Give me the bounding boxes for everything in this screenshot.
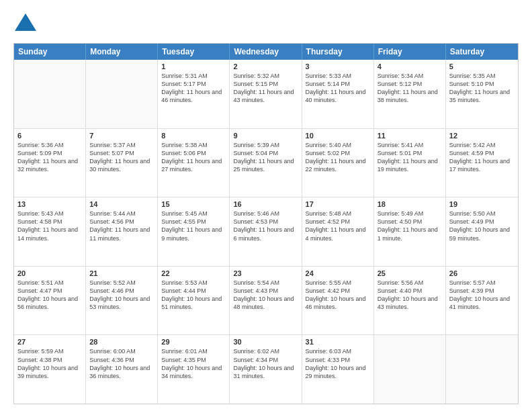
day-number: 20: [17, 269, 82, 277]
calendar-cell: 18Sunrise: 5:49 AM Sunset: 4:50 PM Dayli…: [374, 197, 446, 266]
calendar-cell: 26Sunrise: 5:57 AM Sunset: 4:39 PM Dayli…: [446, 267, 518, 335]
cell-info: Sunrise: 5:35 AM Sunset: 5:10 PM Dayligh…: [449, 72, 515, 105]
day-number: 2: [233, 62, 298, 71]
cell-info: Sunrise: 5:45 AM Sunset: 4:55 PM Dayligh…: [161, 210, 226, 242]
header-day-saturday: Saturday: [446, 44, 518, 60]
page: SundayMondayTuesdayWednesdayThursdayFrid…: [0, 0, 532, 411]
header-day-thursday: Thursday: [302, 44, 374, 60]
calendar-cell: 11Sunrise: 5:41 AM Sunset: 5:01 PM Dayli…: [374, 129, 446, 197]
cell-info: Sunrise: 5:43 AM Sunset: 4:58 PM Dayligh…: [17, 210, 82, 242]
svg-marker-0: [15, 13, 36, 31]
cell-info: Sunrise: 5:41 AM Sunset: 5:01 PM Dayligh…: [378, 141, 442, 174]
calendar-cell: 31Sunrise: 6:03 AM Sunset: 4:33 PM Dayli…: [302, 335, 374, 404]
day-number: 16: [233, 200, 298, 208]
calendar-cell: 14Sunrise: 5:44 AM Sunset: 4:56 PM Dayli…: [86, 197, 158, 266]
day-number: 12: [449, 132, 515, 140]
calendar-cell: 7Sunrise: 5:37 AM Sunset: 5:07 PM Daylig…: [86, 129, 158, 197]
calendar-row-3: 13Sunrise: 5:43 AM Sunset: 4:58 PM Dayli…: [14, 197, 518, 266]
calendar-row-5: 27Sunrise: 5:59 AM Sunset: 4:38 PM Dayli…: [14, 334, 518, 404]
cell-info: Sunrise: 5:48 AM Sunset: 4:52 PM Dayligh…: [306, 210, 370, 242]
cell-info: Sunrise: 5:40 AM Sunset: 5:02 PM Dayligh…: [306, 141, 370, 174]
calendar-cell: 16Sunrise: 5:46 AM Sunset: 4:53 PM Dayli…: [230, 197, 302, 266]
calendar-cell: 13Sunrise: 5:43 AM Sunset: 4:58 PM Dayli…: [14, 197, 86, 266]
calendar-cell: 6Sunrise: 5:36 AM Sunset: 5:09 PM Daylig…: [14, 129, 86, 197]
calendar-cell: 20Sunrise: 5:51 AM Sunset: 4:47 PM Dayli…: [14, 267, 86, 335]
cell-info: Sunrise: 5:42 AM Sunset: 4:59 PM Dayligh…: [449, 141, 515, 174]
header-day-tuesday: Tuesday: [158, 44, 230, 60]
calendar-cell: 3Sunrise: 5:33 AM Sunset: 5:14 PM Daylig…: [302, 60, 374, 128]
day-number: 23: [233, 269, 298, 277]
cell-info: Sunrise: 5:57 AM Sunset: 4:39 PM Dayligh…: [449, 279, 515, 312]
header: [13, 11, 519, 38]
day-number: 11: [378, 132, 442, 140]
day-number: 13: [17, 200, 82, 208]
calendar-header: SundayMondayTuesdayWednesdayThursdayFrid…: [14, 44, 518, 60]
calendar-body: 1Sunrise: 5:31 AM Sunset: 5:17 PM Daylig…: [14, 60, 518, 404]
day-number: 7: [89, 132, 154, 140]
header-day-wednesday: Wednesday: [230, 44, 302, 60]
calendar-cell: [14, 60, 86, 128]
day-number: 6: [17, 132, 82, 140]
day-number: 28: [89, 338, 154, 346]
day-number: 3: [306, 62, 370, 71]
cell-info: Sunrise: 5:49 AM Sunset: 4:50 PM Dayligh…: [378, 210, 442, 242]
calendar-cell: 25Sunrise: 5:56 AM Sunset: 4:40 PM Dayli…: [374, 267, 446, 335]
cell-info: Sunrise: 5:55 AM Sunset: 4:42 PM Dayligh…: [306, 279, 370, 312]
calendar-row-1: 1Sunrise: 5:31 AM Sunset: 5:17 PM Daylig…: [14, 60, 518, 128]
calendar-cell: 9Sunrise: 5:39 AM Sunset: 5:04 PM Daylig…: [230, 129, 302, 197]
day-number: 1: [161, 62, 226, 71]
calendar-cell: 22Sunrise: 5:53 AM Sunset: 4:44 PM Dayli…: [158, 267, 230, 335]
calendar-cell: 28Sunrise: 6:00 AM Sunset: 4:36 PM Dayli…: [86, 335, 158, 404]
cell-info: Sunrise: 6:01 AM Sunset: 4:35 PM Dayligh…: [161, 347, 226, 380]
cell-info: Sunrise: 5:32 AM Sunset: 5:15 PM Dayligh…: [233, 72, 298, 105]
calendar-cell: 19Sunrise: 5:50 AM Sunset: 4:49 PM Dayli…: [446, 197, 518, 266]
day-number: 8: [161, 132, 226, 140]
calendar-row-4: 20Sunrise: 5:51 AM Sunset: 4:47 PM Dayli…: [14, 266, 518, 335]
calendar-cell: 27Sunrise: 5:59 AM Sunset: 4:38 PM Dayli…: [14, 335, 86, 404]
calendar-cell: 12Sunrise: 5:42 AM Sunset: 4:59 PM Dayli…: [446, 129, 518, 197]
cell-info: Sunrise: 6:00 AM Sunset: 4:36 PM Dayligh…: [89, 347, 154, 380]
header-day-sunday: Sunday: [14, 44, 86, 60]
day-number: 15: [161, 200, 226, 208]
day-number: 29: [161, 338, 226, 346]
calendar-cell: 17Sunrise: 5:48 AM Sunset: 4:52 PM Dayli…: [302, 197, 374, 266]
cell-info: Sunrise: 5:46 AM Sunset: 4:53 PM Dayligh…: [233, 210, 298, 242]
day-number: 24: [306, 269, 370, 277]
header-day-monday: Monday: [86, 44, 158, 60]
calendar-cell: 8Sunrise: 5:38 AM Sunset: 5:06 PM Daylig…: [158, 129, 230, 197]
header-day-friday: Friday: [374, 44, 446, 60]
day-number: 14: [89, 200, 154, 208]
cell-info: Sunrise: 5:31 AM Sunset: 5:17 PM Dayligh…: [161, 72, 226, 105]
calendar-cell: 10Sunrise: 5:40 AM Sunset: 5:02 PM Dayli…: [302, 129, 374, 197]
calendar-cell: 2Sunrise: 5:32 AM Sunset: 5:15 PM Daylig…: [230, 60, 302, 128]
logo-icon: [13, 11, 38, 38]
calendar-row-2: 6Sunrise: 5:36 AM Sunset: 5:09 PM Daylig…: [14, 128, 518, 197]
logo: [13, 11, 40, 38]
cell-info: Sunrise: 5:56 AM Sunset: 4:40 PM Dayligh…: [378, 279, 442, 312]
calendar-cell: 29Sunrise: 6:01 AM Sunset: 4:35 PM Dayli…: [158, 335, 230, 404]
day-number: 30: [233, 338, 298, 346]
calendar-cell: 5Sunrise: 5:35 AM Sunset: 5:10 PM Daylig…: [446, 60, 518, 128]
day-number: 26: [449, 269, 515, 277]
cell-info: Sunrise: 5:52 AM Sunset: 4:46 PM Dayligh…: [89, 279, 154, 312]
calendar-cell: 4Sunrise: 5:34 AM Sunset: 5:12 PM Daylig…: [374, 60, 446, 128]
day-number: 22: [161, 269, 226, 277]
day-number: 4: [378, 62, 442, 71]
day-number: 19: [449, 200, 515, 208]
calendar-cell: [446, 335, 518, 404]
cell-info: Sunrise: 5:37 AM Sunset: 5:07 PM Dayligh…: [89, 141, 154, 174]
day-number: 25: [378, 269, 442, 277]
cell-info: Sunrise: 5:34 AM Sunset: 5:12 PM Dayligh…: [378, 72, 442, 105]
day-number: 18: [378, 200, 442, 208]
cell-info: Sunrise: 5:51 AM Sunset: 4:47 PM Dayligh…: [17, 279, 82, 312]
cell-info: Sunrise: 5:38 AM Sunset: 5:06 PM Dayligh…: [161, 141, 226, 174]
calendar-cell: 1Sunrise: 5:31 AM Sunset: 5:17 PM Daylig…: [158, 60, 230, 128]
cell-info: Sunrise: 5:54 AM Sunset: 4:43 PM Dayligh…: [233, 279, 298, 312]
day-number: 10: [306, 132, 370, 140]
calendar-cell: 30Sunrise: 6:02 AM Sunset: 4:34 PM Dayli…: [230, 335, 302, 404]
cell-info: Sunrise: 5:53 AM Sunset: 4:44 PM Dayligh…: [161, 279, 226, 312]
cell-info: Sunrise: 6:03 AM Sunset: 4:33 PM Dayligh…: [306, 347, 370, 380]
cell-info: Sunrise: 6:02 AM Sunset: 4:34 PM Dayligh…: [233, 347, 298, 380]
day-number: 27: [17, 338, 82, 346]
calendar-cell: 23Sunrise: 5:54 AM Sunset: 4:43 PM Dayli…: [230, 267, 302, 335]
